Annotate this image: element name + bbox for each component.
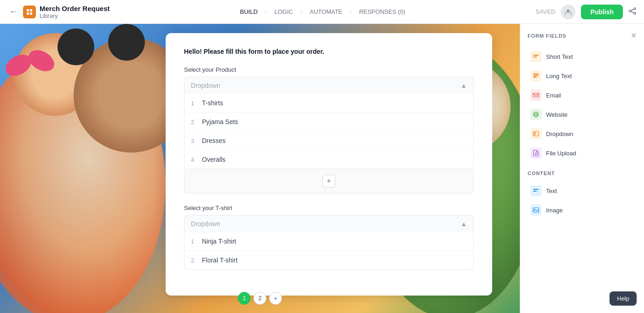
svg-rect-12 bbox=[533, 74, 539, 74]
form-label-tshirt: Select your T-shirt bbox=[184, 205, 474, 211]
nav-automate[interactable]: AUTOMATE bbox=[304, 6, 348, 18]
long-text-icon bbox=[530, 70, 541, 81]
sidebar-item-file-upload[interactable]: File Upload bbox=[528, 144, 637, 162]
header: ← Merch Order Request Library BUILD › LO… bbox=[0, 0, 644, 24]
list-item[interactable]: 2 Pyjama Sets bbox=[184, 113, 473, 131]
dropdown-tshirt[interactable]: Dropdown ▲ bbox=[184, 215, 474, 232]
chevron-up-icon: ▲ bbox=[460, 82, 467, 89]
svg-rect-14 bbox=[533, 77, 537, 78]
item-label: T-shirts bbox=[202, 99, 223, 107]
app-icon bbox=[23, 6, 36, 18]
sidebar-item-email[interactable]: Email bbox=[528, 86, 637, 104]
email-label: Email bbox=[546, 92, 561, 99]
add-page-button[interactable]: + bbox=[269, 292, 282, 305]
dropdown-product[interactable]: Dropdown ▲ bbox=[184, 77, 474, 94]
list-item[interactable]: 4 Overalls bbox=[184, 150, 473, 169]
nav-logic[interactable]: LOGIC bbox=[269, 6, 298, 18]
svg-rect-1 bbox=[30, 9, 32, 11]
header-nav: BUILD › LOGIC › AUTOMATE › RESPONSES (0) bbox=[235, 6, 411, 18]
svg-point-5 bbox=[634, 8, 636, 10]
svg-rect-25 bbox=[533, 191, 537, 192]
item-label: Ninja T-shirt bbox=[202, 238, 236, 245]
app-title: Merch Order Request bbox=[40, 5, 110, 12]
sidebar-item-image[interactable]: Image bbox=[528, 201, 637, 219]
add-row-product: + bbox=[184, 169, 474, 193]
item-number: 1 bbox=[191, 100, 202, 107]
image-label: Image bbox=[546, 207, 563, 214]
svg-line-8 bbox=[631, 9, 634, 11]
dropdown-icon bbox=[530, 128, 541, 139]
item-number: 4 bbox=[191, 156, 202, 163]
saved-label: SAVED bbox=[535, 8, 555, 15]
page-button-2[interactable]: 2 bbox=[253, 292, 266, 305]
header-left: ← Merch Order Request Library bbox=[7, 5, 110, 19]
nav-sep-2: › bbox=[300, 8, 302, 15]
svg-point-6 bbox=[629, 10, 631, 12]
app-subtitle: Library bbox=[40, 12, 110, 19]
right-sidebar: FORM FIELDS ✕ Short Text Long Text Email… bbox=[520, 24, 644, 313]
item-number: 2 bbox=[191, 257, 202, 264]
chevron-up-icon-2: ▲ bbox=[460, 220, 467, 228]
sidebar-item-long-text[interactable]: Long Text bbox=[528, 67, 637, 85]
form-panel: Hello! Please fill this form to place yo… bbox=[166, 33, 492, 296]
svg-rect-21 bbox=[534, 134, 536, 135]
svg-rect-11 bbox=[533, 57, 537, 57]
website-icon bbox=[530, 109, 541, 120]
sidebar-item-text[interactable]: Text bbox=[528, 182, 637, 200]
svg-rect-24 bbox=[533, 189, 539, 190]
nav-responses[interactable]: RESPONSES (0) bbox=[354, 6, 411, 18]
item-number: 2 bbox=[191, 119, 202, 125]
svg-rect-15 bbox=[533, 93, 539, 97]
svg-rect-22 bbox=[534, 135, 535, 136]
long-text-label: Long Text bbox=[546, 73, 572, 80]
item-label: Dresses bbox=[202, 137, 225, 144]
item-label: Pyjama Sets bbox=[202, 118, 238, 125]
form-fields-title: FORM FIELDS bbox=[528, 33, 566, 39]
website-label: Website bbox=[546, 111, 568, 118]
publish-button[interactable]: Publish bbox=[581, 5, 623, 19]
image-icon bbox=[530, 205, 541, 216]
email-icon bbox=[530, 90, 541, 101]
short-text-icon bbox=[530, 51, 541, 62]
list-item[interactable]: 1 T-shirts bbox=[184, 94, 473, 113]
sidebar-header: FORM FIELDS ✕ bbox=[528, 31, 637, 40]
text-content-label: Text bbox=[546, 188, 557, 194]
item-label: Floral T-shirt bbox=[202, 256, 238, 264]
list-item[interactable]: 3 Dresses bbox=[184, 131, 473, 150]
content-divider: CONTENT bbox=[528, 169, 637, 177]
svg-rect-10 bbox=[533, 55, 539, 56]
file-upload-label: File Upload bbox=[546, 150, 576, 157]
add-item-button-product[interactable]: + bbox=[322, 175, 335, 188]
app-info: Merch Order Request Library bbox=[40, 5, 110, 19]
sidebar-item-dropdown[interactable]: Dropdown bbox=[528, 125, 637, 143]
svg-rect-2 bbox=[27, 12, 29, 15]
help-button[interactable]: Help bbox=[610, 291, 637, 306]
list-item[interactable]: 2 Floral T-shirt bbox=[184, 251, 473, 269]
dropdown-placeholder-tshirt: Dropdown bbox=[191, 220, 220, 228]
nav-sep-3: › bbox=[350, 8, 351, 15]
share-button[interactable] bbox=[628, 7, 637, 17]
page-button-1[interactable]: 1 bbox=[238, 292, 251, 305]
svg-rect-3 bbox=[30, 12, 32, 15]
item-label: Overalls bbox=[202, 156, 225, 163]
dropdown-list-tshirt: 1 Ninja T-shirt 2 Floral T-shirt bbox=[184, 232, 474, 270]
sidebar-close-button[interactable]: ✕ bbox=[631, 31, 637, 40]
back-button[interactable]: ← bbox=[7, 5, 19, 18]
nav-build[interactable]: BUILD bbox=[235, 6, 263, 18]
svg-rect-0 bbox=[27, 9, 29, 11]
mickey-ear-right bbox=[108, 24, 145, 61]
svg-line-9 bbox=[631, 11, 634, 13]
text-content-icon bbox=[530, 185, 541, 196]
sidebar-item-short-text[interactable]: Short Text bbox=[528, 47, 637, 66]
list-item[interactable]: 1 Ninja T-shirt bbox=[184, 232, 473, 251]
svg-rect-20 bbox=[534, 132, 536, 133]
form-section-product: Select your Product Dropdown ▲ 1 T-shirt… bbox=[184, 66, 474, 193]
header-right: SAVED Publish bbox=[535, 5, 637, 19]
mickey-ear-left bbox=[58, 28, 94, 65]
short-text-label: Short Text bbox=[546, 53, 573, 60]
form-label-product: Select your Product bbox=[184, 66, 474, 73]
avatar-button[interactable] bbox=[561, 5, 575, 19]
sidebar-item-website[interactable]: Website bbox=[528, 105, 637, 124]
nav-sep-1: › bbox=[265, 8, 267, 15]
svg-point-7 bbox=[634, 12, 636, 14]
